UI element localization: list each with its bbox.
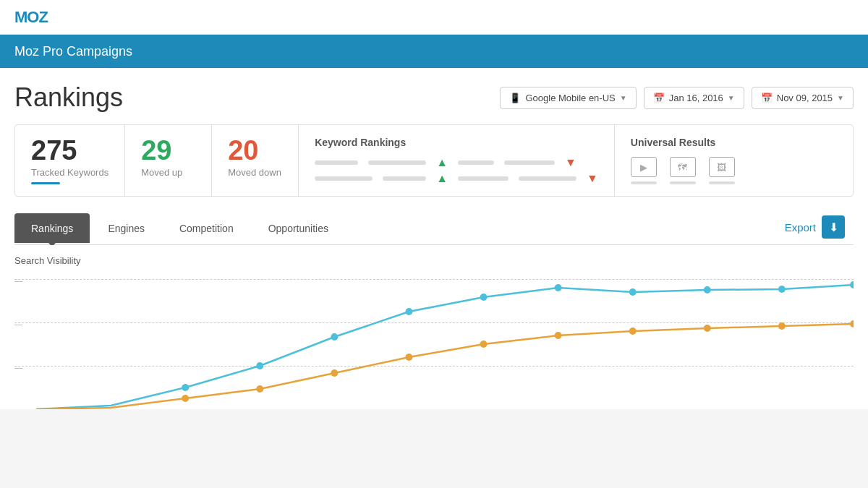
kw-bar-2a — [315, 176, 373, 181]
kw-bar-1d — [504, 160, 555, 165]
keyword-rankings-title: Keyword Rankings — [315, 137, 598, 148]
blue-dot-10 — [850, 281, 854, 288]
orange-dot-6 — [629, 328, 637, 335]
blue-dot-1 — [182, 384, 189, 391]
blue-dot-9 — [778, 286, 786, 293]
blue-dot-2 — [256, 362, 263, 369]
arrow-up-icon-2: ▲ — [436, 173, 448, 184]
tab-competition[interactable]: Competition — [163, 213, 250, 243]
arrow-down-icon-2: ▼ — [587, 173, 598, 184]
blue-dot-7 — [629, 288, 637, 296]
stats-row: 275 Tracked Keywords 29 Moved up 20 Move… — [14, 124, 854, 197]
map-bar — [670, 181, 696, 184]
mobile-icon: 📱 — [509, 93, 521, 103]
tracked-keywords-card: 275 Tracked Keywords — [15, 125, 125, 196]
calendar1-icon: 📅 — [653, 93, 665, 103]
orange-dot-2 — [331, 369, 338, 377]
moved-up-card: 29 Moved up — [125, 125, 212, 196]
kw-row-2: ▲ ▼ — [315, 173, 598, 184]
filter-controls: 📱 Google Mobile en-US ▼ 📅 Jan 16, 2016 ▼… — [500, 87, 854, 109]
calendar2-icon: 📅 — [761, 93, 773, 103]
campaign-title: Moz Pro Campaigns — [14, 44, 132, 59]
map-icon: 🗺 — [670, 157, 696, 177]
device-filter-button[interactable]: 📱 Google Mobile en-US ▼ — [500, 87, 636, 109]
moved-up-number: 29 — [141, 137, 195, 164]
orange-dot-1 — [256, 385, 263, 393]
orange-dot-9 — [850, 320, 854, 328]
tracked-keywords-number: 275 — [31, 137, 109, 164]
universal-results-title: Universal Results — [631, 137, 837, 148]
device-filter-label: Google Mobile en-US — [525, 93, 615, 103]
top-nav: MOZ — [0, 0, 868, 35]
blue-dot-6 — [555, 284, 562, 291]
page-title: Rankings — [14, 82, 123, 113]
arrow-down-icon-1: ▼ — [565, 157, 576, 168]
blue-dot-3 — [331, 333, 338, 341]
video-bar — [631, 181, 657, 184]
kw-bar-2c — [458, 176, 509, 181]
image-icon-box: 🖼 — [709, 157, 735, 184]
moved-down-number: 20 — [228, 137, 282, 164]
blue-dot-4 — [405, 308, 412, 315]
video-icon: ▶ — [631, 157, 657, 177]
orange-dot-4 — [480, 341, 488, 348]
orange-dot-8 — [778, 322, 786, 330]
date2-filter-button[interactable]: 📅 Nov 09, 2015 ▼ — [752, 87, 854, 109]
tabs-left: Rankings Engines Competition Opportuniti… — [14, 213, 346, 242]
y-label-2: — — [14, 320, 22, 328]
moz-logo: MOZ — [14, 8, 48, 27]
main-content: Rankings 📱 Google Mobile en-US ▼ 📅 Jan 1… — [0, 68, 868, 245]
image-icon: 🖼 — [709, 157, 735, 177]
moved-down-card: 20 Moved down — [212, 125, 299, 196]
date1-filter-button[interactable]: 📅 Jan 16, 2016 ▼ — [644, 87, 744, 109]
date1-caret-icon: ▼ — [728, 94, 735, 102]
orange-series — [36, 324, 854, 409]
date1-filter-label: Jan 16, 2016 — [669, 93, 723, 103]
chart-svg — [36, 272, 854, 409]
orange-dot-5 — [555, 332, 562, 339]
video-icon-box: ▶ — [631, 157, 657, 184]
orange-dot-3 — [405, 354, 412, 361]
kw-bar-1c — [458, 160, 494, 165]
universal-icons-row: ▶ 🗺 🖼 — [631, 157, 837, 184]
kw-bar-2d — [519, 176, 576, 181]
image-bar — [709, 181, 735, 184]
keyword-rankings-card: Keyword Rankings ▲ ▼ ▲ ▼ — [299, 125, 615, 196]
universal-results-card: Universal Results ▶ 🗺 🖼 — [615, 125, 853, 196]
device-caret-icon: ▼ — [620, 94, 627, 102]
rankings-header: Rankings 📱 Google Mobile en-US ▼ 📅 Jan 1… — [14, 82, 854, 113]
chart-area: Search Visibility — — — — [0, 245, 868, 409]
chart-label: Search Visibility — [14, 255, 854, 266]
moved-up-label: Moved up — [141, 167, 195, 178]
blue-dot-8 — [704, 286, 711, 294]
blue-dot-5 — [480, 294, 488, 301]
tracked-keywords-label: Tracked Keywords — [31, 167, 109, 178]
kw-row-1: ▲ ▼ — [315, 157, 598, 168]
tabs-row: Rankings Engines Competition Opportuniti… — [14, 210, 854, 245]
tab-engines[interactable]: Engines — [91, 213, 161, 243]
kw-bar-1a — [315, 160, 358, 165]
keyword-ranking-rows: ▲ ▼ ▲ ▼ — [315, 157, 598, 184]
kw-bar-2b — [383, 176, 426, 181]
arrow-up-icon-1: ▲ — [436, 157, 448, 168]
date2-caret-icon: ▼ — [837, 94, 844, 102]
y-label-1: — — [14, 277, 22, 285]
orange-dot-7 — [704, 325, 711, 332]
date2-filter-label: Nov 09, 2015 — [777, 93, 833, 103]
export-download-icon: ⬇ — [822, 215, 845, 239]
map-icon-box: 🗺 — [670, 157, 696, 184]
tab-rankings[interactable]: Rankings — [14, 213, 90, 243]
campaign-bar: Moz Pro Campaigns — [0, 35, 868, 68]
chart-container: — — — — [14, 272, 854, 409]
export-label: Export — [785, 221, 816, 234]
blue-series — [36, 285, 854, 409]
y-label-3: — — [14, 364, 22, 372]
kw-bar-1b — [368, 160, 426, 165]
export-button[interactable]: Export ⬇ — [776, 210, 854, 244]
orange-dot-0 — [182, 395, 189, 402]
tracked-underline — [31, 182, 60, 184]
moved-down-label: Moved down — [228, 167, 282, 178]
tab-opportunities[interactable]: Opportunities — [252, 213, 345, 243]
